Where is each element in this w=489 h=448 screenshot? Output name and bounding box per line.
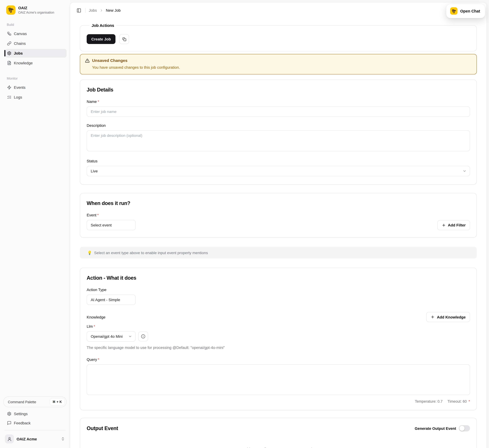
action-title: Action - What it does	[87, 275, 470, 281]
output-empty-text: Enable to configure output event generat…	[87, 447, 470, 448]
unsaved-changes-alert: Unsaved Changes You have unsaved changes…	[80, 54, 477, 74]
sidebar-item-events[interactable]: Events	[5, 83, 66, 92]
zap-icon	[7, 85, 11, 90]
when-run-title: When does it run?	[87, 200, 470, 206]
breadcrumb: Jobs New Job	[89, 8, 121, 13]
link-icon	[7, 41, 11, 46]
copy-icon-button[interactable]	[119, 34, 129, 44]
workflow-icon	[7, 32, 11, 36]
event-label: Event*	[87, 213, 470, 217]
copy-icon	[122, 37, 126, 41]
llm-select[interactable]: Openai/gpt 4o Mini	[87, 331, 136, 342]
alert-title: Unsaved Changes	[92, 58, 471, 63]
divider	[85, 8, 86, 13]
hint-text: Select an event type above to enable inp…	[94, 250, 208, 255]
required-marker: *	[94, 324, 95, 328]
event-select[interactable]: Select event	[87, 220, 136, 230]
plus-icon	[442, 223, 446, 227]
main-panel: Jobs New Job Job Actions Create Job	[70, 2, 487, 448]
required-marker: *	[468, 400, 470, 403]
shortcut-badge: ⌘ + K	[50, 398, 65, 405]
job-description-textarea[interactable]	[87, 130, 470, 151]
llm-info-button[interactable]	[138, 332, 148, 341]
active-indicator	[4, 50, 5, 56]
topbar: Jobs New Job	[70, 2, 487, 16]
info-icon	[141, 334, 145, 339]
required-marker: *	[98, 357, 99, 362]
create-job-button[interactable]: Create Job	[87, 34, 116, 44]
gear-icon	[7, 412, 11, 416]
sidebar: OAIZ OAIZ Acme's organisation Build Canv…	[0, 0, 70, 448]
job-actions-legend: Job Actions	[89, 23, 116, 28]
sidebar-item-knowledge[interactable]: Knowledge	[5, 59, 66, 67]
generate-output-toggle[interactable]	[459, 425, 470, 432]
sidebar-item-settings[interactable]: Settings	[5, 409, 66, 418]
user-menu[interactable]: OAIZ Acme	[3, 433, 66, 445]
org-name: OAIZ	[18, 6, 54, 10]
palm-tree-icon	[450, 7, 457, 15]
job-details-card: Job Details Name* Description Status Liv…	[80, 80, 477, 185]
status-label: Status	[87, 159, 470, 163]
user-name: OAIZ Acme	[16, 437, 58, 441]
add-knowledge-button[interactable]: Add Knowledge	[426, 312, 470, 322]
palm-tree-icon	[6, 5, 16, 15]
action-type-label: Action Type	[87, 288, 470, 292]
temperature-value: Temperature: 0.7	[415, 400, 442, 403]
output-event-title: Output Event	[87, 425, 118, 431]
breadcrumb-current: New Job	[106, 8, 121, 13]
breadcrumb-jobs-link[interactable]: Jobs	[89, 8, 97, 13]
when-run-card: When does it run? Event* Select event Ad…	[80, 193, 477, 238]
divider	[4, 430, 65, 430]
knowledge-label: Knowledge	[87, 315, 106, 319]
section-label-monitor: Monitor	[7, 77, 70, 80]
sidebar-item-logs[interactable]: Logs	[5, 93, 66, 102]
output-event-card: Output Event Generate Output Event Enabl…	[80, 418, 477, 448]
required-marker: *	[98, 99, 99, 104]
action-card: Action - What it does Action Type AI Age…	[80, 268, 477, 410]
open-chat-button[interactable]: Open Chat	[446, 4, 485, 18]
description-label: Description	[87, 123, 470, 128]
user-icon	[5, 434, 14, 443]
alert-message: You have unsaved changes to this job con…	[92, 65, 471, 70]
lightbulb-icon: 💡	[87, 250, 92, 255]
sidebar-footer: Command Palette ⌘ + K Settings Feedback	[0, 396, 70, 445]
command-palette-button[interactable]: Command Palette ⌘ + K	[3, 396, 66, 407]
llm-help-text: The specific language model to use for p…	[87, 345, 470, 350]
query-textarea[interactable]	[87, 364, 470, 395]
chevrons-up-down-icon	[61, 437, 65, 441]
llm-label: Llm*	[87, 324, 470, 328]
chevron-right-icon	[99, 8, 103, 12]
section-label-build: Build	[7, 23, 70, 27]
org-subtitle: OAIZ Acme's organisation	[18, 11, 54, 14]
add-filter-button[interactable]: Add Filter	[437, 220, 470, 230]
app-root: OAIZ OAIZ Acme's organisation Build Canv…	[0, 0, 489, 448]
timeout-value: Timeout: 60 *	[448, 400, 470, 403]
page-content: Job Actions Create Job Unsaved Changes Y…	[70, 23, 487, 448]
chevron-down-icon	[463, 169, 466, 173]
action-type-select[interactable]: AI Agent - Simple	[87, 295, 136, 305]
message-square-icon	[7, 421, 11, 425]
required-marker: *	[97, 213, 99, 217]
status-select[interactable]: Live	[87, 166, 470, 176]
org-switcher[interactable]: OAIZ OAIZ Acme's organisation	[6, 5, 66, 15]
name-label: Name*	[87, 99, 470, 104]
job-actions-group: Job Actions Create Job	[80, 23, 477, 51]
sidebar-item-chains[interactable]: Chains	[5, 39, 66, 48]
sidebar-toggle-button[interactable]	[75, 7, 82, 14]
query-label: Query*	[87, 357, 470, 362]
toggle-knob	[459, 426, 465, 431]
list-checks-icon	[7, 95, 11, 99]
chevron-down-icon	[128, 335, 132, 338]
warning-triangle-icon	[85, 58, 92, 63]
sidebar-item-feedback[interactable]: Feedback	[5, 419, 66, 427]
gear-icon	[7, 51, 11, 55]
event-hint-bar: 💡 Select an event type above to enable i…	[80, 247, 477, 258]
file-text-icon	[7, 61, 11, 65]
sidebar-item-canvas[interactable]: Canvas	[5, 29, 66, 38]
open-chat-label: Open Chat	[460, 9, 480, 13]
sidebar-item-jobs[interactable]: Jobs	[5, 49, 66, 57]
action-meta: Temperature: 0.7 Timeout: 60 *	[87, 400, 470, 403]
plus-icon	[431, 315, 435, 319]
job-name-input[interactable]	[87, 106, 470, 117]
job-details-title: Job Details	[87, 87, 470, 93]
